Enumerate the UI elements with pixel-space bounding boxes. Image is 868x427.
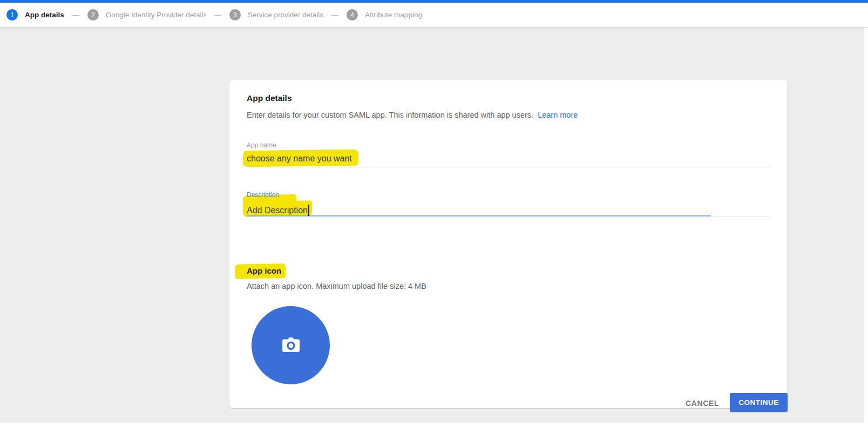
- app-name-input[interactable]: choose any name you want: [247, 154, 352, 164]
- app-icon-hint: Attach an app icon. Maximum upload file …: [247, 282, 426, 290]
- step-separator: —: [331, 11, 338, 19]
- step-2-indicator: 2: [87, 9, 99, 21]
- step-2-label: Google Identity Provider details: [106, 11, 206, 19]
- card-title: App details: [247, 93, 292, 103]
- step-app-details[interactable]: 1 App details: [6, 9, 64, 21]
- step-google-idp-details[interactable]: 2 Google Identity Provider details: [87, 9, 206, 21]
- step-separator: —: [72, 11, 79, 19]
- card-subtitle-text: Enter details for your custom SAML app. …: [247, 111, 533, 119]
- app-details-card: App details Enter details for your custo…: [229, 80, 787, 408]
- app-icon-title: App icon: [247, 266, 281, 275]
- description-underline-tail: [711, 216, 770, 216]
- step-4-label: Attribute mapping: [365, 11, 422, 19]
- step-service-provider-details[interactable]: 3 Service provider details: [229, 9, 323, 21]
- app-icon-upload-button[interactable]: [252, 306, 330, 384]
- description-label: Description: [247, 191, 279, 199]
- description-input[interactable]: Add Description: [247, 204, 309, 215]
- wizard-stepper: 1 App details — 2 Google Identity Provid…: [0, 3, 868, 28]
- description-focus-underline: [247, 215, 711, 216]
- app-name-label: App name: [247, 141, 276, 149]
- step-1-indicator: 1: [6, 9, 18, 21]
- camera-icon: [281, 335, 301, 356]
- description-value: Add Description: [247, 206, 308, 215]
- continue-button[interactable]: CONTINUE: [730, 393, 788, 412]
- step-3-indicator: 3: [229, 9, 241, 21]
- page-background: App details Enter details for your custo…: [0, 28, 864, 423]
- step-separator: —: [214, 11, 221, 19]
- text-cursor: [308, 205, 309, 216]
- step-4-indicator: 4: [347, 9, 358, 21]
- card-subtitle: Enter details for your custom SAML app. …: [247, 111, 578, 119]
- learn-more-link[interactable]: Learn more: [538, 111, 578, 119]
- app-name-underline: [247, 167, 770, 167]
- step-3-label: Service provider details: [248, 11, 323, 19]
- cancel-button[interactable]: CANCEL: [679, 395, 725, 412]
- step-attribute-mapping[interactable]: 4 Attribute mapping: [347, 9, 422, 21]
- step-1-label: App details: [25, 11, 64, 19]
